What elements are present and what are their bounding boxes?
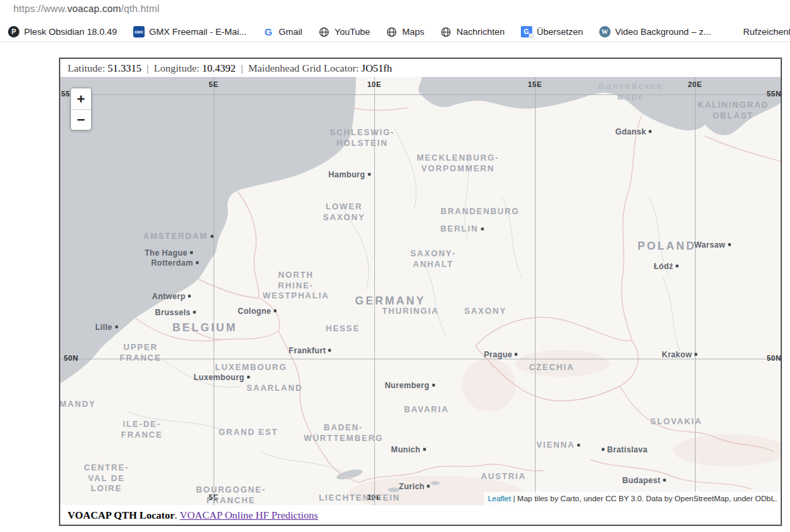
hf-predictions-link[interactable]: VOACAP Online HF Predictions xyxy=(180,509,319,521)
leaflet-link[interactable]: Leaflet xyxy=(488,495,511,503)
url-path: /qth.html xyxy=(121,3,159,14)
zoom-out-button[interactable]: − xyxy=(71,109,91,130)
longitude-value: 10.4392 xyxy=(202,62,236,74)
plesk-icon: P xyxy=(8,26,19,37)
coordinates-header: Latitude: 51.3315 | Longitude: 10.4392 |… xyxy=(60,59,781,77)
zoom-in-button[interactable]: + xyxy=(71,88,91,109)
bookmark-item[interactable]: Nachrichten xyxy=(432,22,513,41)
gridline-vertical xyxy=(535,77,536,505)
bookmark-label: GMX Freemail - E-Mai... xyxy=(149,27,247,37)
bookmark-label: Rufzeichenliste_AFU.p... xyxy=(743,27,790,37)
map-attribution: Leaflet | Map tiles by Carto, under CC B… xyxy=(484,492,781,505)
map-tiles xyxy=(60,77,781,505)
zoom-control: + − xyxy=(70,88,92,130)
page-footer: VOACAP QTH Locator. VOACAP Online HF Pre… xyxy=(60,505,781,525)
bookmark-item[interactable]: YouTube xyxy=(311,22,378,41)
bookmark-item[interactable]: GGmail xyxy=(254,22,310,41)
bookmark-label: Gmail xyxy=(279,27,302,37)
url-scheme: https://www. xyxy=(13,3,68,14)
land-shape xyxy=(60,77,781,505)
gridline-horizontal xyxy=(60,94,781,95)
gmx-icon: GMX xyxy=(133,26,145,37)
globe-icon xyxy=(319,26,330,37)
bookmark-label: Video Background – z... xyxy=(615,27,711,37)
grid-locator-value: JO51fh xyxy=(362,62,392,74)
bookmark-item[interactable]: Maps xyxy=(378,22,432,41)
bookmark-label: Plesk Obsidian 18.0.49 xyxy=(24,27,117,37)
blank-icon xyxy=(727,26,738,37)
qth-panel: Latitude: 51.3315 | Longitude: 10.4392 |… xyxy=(59,58,782,526)
bookmark-item[interactable]: PPlesk Obsidian 18.0.49 xyxy=(0,22,125,41)
gmail-icon: G xyxy=(262,26,274,37)
gridline-vertical xyxy=(374,77,375,505)
gridline-vertical xyxy=(214,77,214,505)
latitude-value: 51.3315 xyxy=(108,62,141,74)
bookmark-item[interactable]: GÜbersetzen xyxy=(513,22,591,41)
longitude-label: Longitude: xyxy=(154,62,202,74)
bookmarks-bar: PPlesk Obsidian 18.0.49GMXGMX Freemail -… xyxy=(0,22,790,42)
globe-icon xyxy=(441,26,452,37)
bookmark-label: Nachrichten xyxy=(457,27,505,37)
bookmark-item[interactable]: GMXGMX Freemail - E-Mai... xyxy=(125,22,255,41)
wordpress-icon: W xyxy=(599,26,611,37)
latitude-label: Latitude: xyxy=(68,62,108,74)
globe-icon xyxy=(386,26,398,37)
translate-icon: G xyxy=(521,26,532,37)
url-host: voacap.com xyxy=(68,3,121,14)
footer-title: VOACAP QTH Locator xyxy=(68,509,175,521)
bookmark-label: Übersetzen xyxy=(537,27,583,37)
bookmark-item[interactable]: WVideo Background – z... xyxy=(591,22,719,41)
leaflet-map[interactable]: 5E10E15E20E5555N50N50N5E10EБалтийское мо… xyxy=(60,77,781,505)
gridline-vertical xyxy=(695,77,696,505)
grid-locator-label: Maidenhead Grid Locator: xyxy=(248,62,362,74)
address-bar[interactable]: https://www.voacap.com/qth.html xyxy=(13,3,159,14)
bookmark-label: Maps xyxy=(402,27,424,37)
gridline-horizontal xyxy=(60,359,781,359)
attribution-text: | Map tiles by Carto, under CC BY 3.0. D… xyxy=(511,495,777,503)
bookmark-label: YouTube xyxy=(335,27,370,37)
bookmark-item[interactable]: Rufzeichenliste_AFU.p... xyxy=(719,22,790,41)
